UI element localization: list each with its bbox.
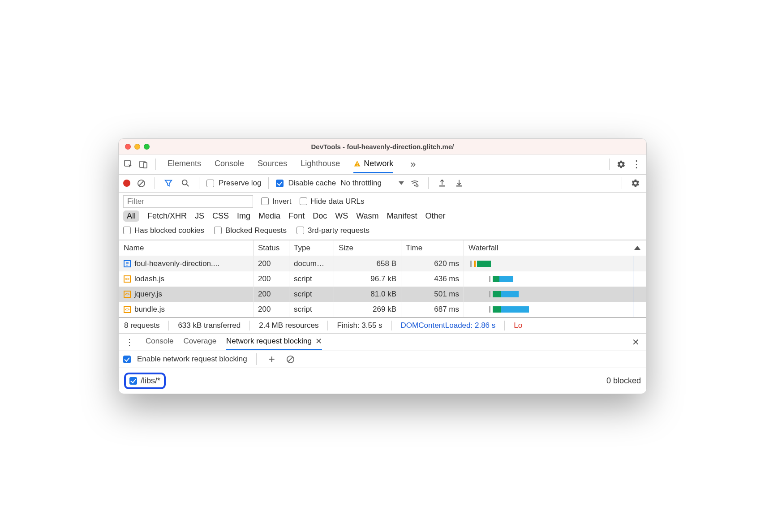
chevron-down-icon bbox=[399, 181, 404, 185]
add-pattern-icon[interactable]: + bbox=[266, 353, 278, 365]
type-css[interactable]: CSS bbox=[212, 211, 229, 221]
col-type[interactable]: Type bbox=[289, 240, 334, 256]
svg-line-8 bbox=[187, 184, 189, 187]
col-time[interactable]: Time bbox=[401, 240, 464, 256]
pattern-highlight: /libs/* bbox=[124, 373, 166, 389]
type-js[interactable]: JS bbox=[195, 211, 204, 221]
status-requests: 8 requests bbox=[124, 321, 159, 330]
drawer-tab-blocking[interactable]: Network request blocking ✕ bbox=[226, 334, 322, 350]
enable-blocking-label: Enable network request blocking bbox=[137, 355, 247, 364]
script-icon: <> bbox=[124, 291, 131, 298]
status-load: Lo bbox=[514, 321, 522, 330]
drawer-kebab-icon[interactable]: ⋮ bbox=[123, 336, 136, 348]
network-settings-icon[interactable] bbox=[629, 177, 642, 189]
col-waterfall[interactable]: Waterfall bbox=[464, 240, 646, 256]
search-icon[interactable] bbox=[179, 177, 192, 189]
col-name[interactable]: Name bbox=[119, 240, 254, 256]
titlebar: DevTools - foul-heavenly-direction.glitc… bbox=[119, 139, 646, 155]
svg-rect-3 bbox=[357, 163, 358, 164]
type-doc[interactable]: Doc bbox=[313, 211, 327, 221]
close-drawer-icon[interactable]: ✕ bbox=[629, 336, 642, 348]
cell-waterfall bbox=[464, 302, 646, 317]
has-blocked-cookies-checkbox[interactable] bbox=[123, 227, 131, 234]
request-name: foul-heavenly-direction.... bbox=[134, 259, 219, 268]
col-status[interactable]: Status bbox=[254, 240, 289, 256]
device-toggle-icon[interactable] bbox=[138, 158, 150, 171]
preserve-log-checkbox[interactable] bbox=[206, 180, 214, 187]
table-row[interactable]: foul-heavenly-direction....200docum…658 … bbox=[119, 256, 646, 271]
import-har-icon[interactable] bbox=[436, 177, 448, 189]
throttling-label: No throttling bbox=[340, 179, 382, 188]
settings-icon[interactable] bbox=[615, 158, 627, 171]
cell-status: 200 bbox=[254, 302, 289, 317]
type-manifest[interactable]: Manifest bbox=[387, 211, 417, 221]
kebab-menu-icon[interactable]: ⋮ bbox=[630, 158, 643, 171]
clear-icon[interactable] bbox=[135, 177, 147, 189]
svg-rect-2 bbox=[143, 163, 147, 168]
table-row[interactable]: <>jquery.js200script81.0 kB501 ms bbox=[119, 287, 646, 302]
tab-sources[interactable]: Sources bbox=[258, 155, 287, 173]
enable-blocking-checkbox[interactable] bbox=[123, 356, 131, 363]
type-fetch-xhr[interactable]: Fetch/XHR bbox=[147, 211, 187, 221]
network-toolbar: Preserve log Disable cache No throttling bbox=[119, 175, 646, 193]
status-transferred: 633 kB transferred bbox=[178, 321, 241, 330]
request-name: bundle.js bbox=[134, 305, 165, 314]
third-party-checkbox[interactable] bbox=[297, 227, 304, 234]
cell-time: 687 ms bbox=[401, 302, 464, 317]
svg-line-6 bbox=[139, 181, 143, 185]
blocked-requests-checkbox[interactable] bbox=[214, 227, 222, 234]
window-title: DevTools - foul-heavenly-direction.glitc… bbox=[119, 143, 646, 150]
cell-waterfall bbox=[464, 287, 646, 302]
tab-elements[interactable]: Elements bbox=[168, 155, 201, 173]
cell-size: 96.7 kB bbox=[334, 271, 401, 287]
hide-data-urls-checkbox[interactable] bbox=[300, 197, 307, 205]
status-resources: 2.4 MB resources bbox=[259, 321, 318, 330]
inspect-icon[interactable] bbox=[122, 158, 135, 171]
script-icon: <> bbox=[124, 306, 131, 313]
close-tab-icon[interactable]: ✕ bbox=[315, 336, 322, 346]
third-party-label: 3rd-party requests bbox=[308, 226, 370, 235]
col-size[interactable]: Size bbox=[334, 240, 401, 256]
more-tabs-icon[interactable]: » bbox=[407, 158, 419, 171]
drawer-tab-coverage[interactable]: Coverage bbox=[183, 334, 216, 350]
cell-type: script bbox=[289, 302, 334, 317]
status-finish: Finish: 3.55 s bbox=[337, 321, 382, 330]
table-row[interactable]: <>bundle.js200script269 kB687 ms bbox=[119, 302, 646, 317]
tab-network-label: Network bbox=[364, 159, 393, 168]
pattern-text: /libs/* bbox=[141, 376, 160, 386]
type-other[interactable]: Other bbox=[425, 211, 446, 221]
filter-input[interactable] bbox=[123, 195, 253, 208]
type-img[interactable]: Img bbox=[237, 211, 250, 221]
tab-console[interactable]: Console bbox=[215, 155, 244, 173]
export-har-icon[interactable] bbox=[453, 177, 465, 189]
disable-cache-checkbox[interactable] bbox=[276, 180, 284, 187]
pattern-enabled-checkbox[interactable] bbox=[129, 377, 137, 385]
network-conditions-icon[interactable] bbox=[408, 177, 421, 189]
script-icon: <> bbox=[124, 275, 131, 283]
tab-network[interactable]: Network bbox=[353, 155, 393, 173]
cell-time: 436 ms bbox=[401, 271, 464, 287]
table-row[interactable]: <>lodash.js200script96.7 kB436 ms bbox=[119, 271, 646, 287]
cell-time: 501 ms bbox=[401, 287, 464, 302]
type-media[interactable]: Media bbox=[258, 211, 280, 221]
disable-cache-label: Disable cache bbox=[288, 179, 336, 188]
throttling-dropdown[interactable]: No throttling bbox=[340, 179, 404, 188]
type-all[interactable]: All bbox=[123, 210, 139, 222]
blocking-pattern-row[interactable]: /libs/* 0 blocked bbox=[119, 368, 646, 394]
sort-asc-icon bbox=[634, 246, 640, 250]
cell-type: script bbox=[289, 287, 334, 302]
cell-status: 200 bbox=[254, 287, 289, 302]
cell-size: 81.0 kB bbox=[334, 287, 401, 302]
tab-lighthouse[interactable]: Lighthouse bbox=[301, 155, 340, 173]
drawer-tab-console[interactable]: Console bbox=[146, 334, 173, 350]
filter-icon[interactable] bbox=[162, 177, 175, 189]
type-font[interactable]: Font bbox=[288, 211, 305, 221]
clear-patterns-icon[interactable] bbox=[284, 353, 297, 365]
type-filters: All Fetch/XHR JS CSS Img Media Font Doc … bbox=[119, 209, 646, 225]
record-button[interactable] bbox=[123, 180, 130, 187]
type-wasm[interactable]: Wasm bbox=[356, 211, 378, 221]
network-table: Name Status Type Size Time Waterfall fou… bbox=[119, 240, 646, 317]
drawer-tabbar: ⋮ Console Coverage Network request block… bbox=[119, 333, 646, 351]
type-ws[interactable]: WS bbox=[335, 211, 348, 221]
invert-checkbox[interactable] bbox=[261, 197, 269, 205]
